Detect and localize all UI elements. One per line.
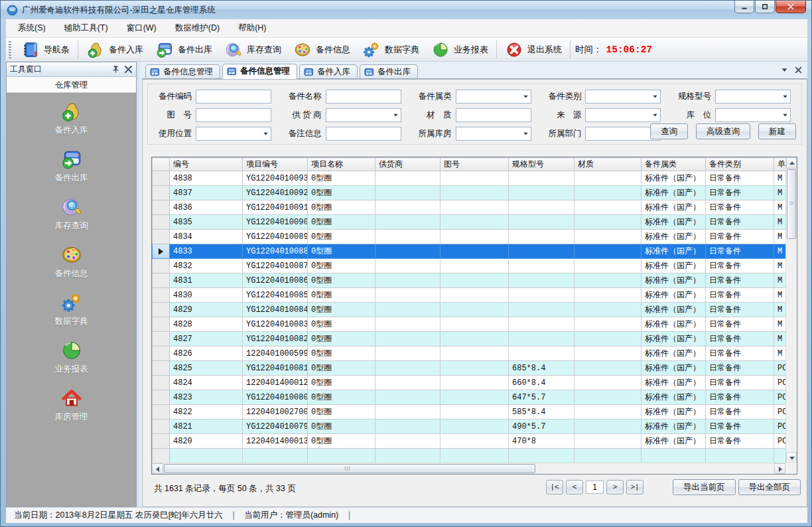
vertical-scrollbar[interactable] bbox=[785, 157, 797, 463]
toolbar-button-navbar[interactable]: 导航条 bbox=[15, 38, 76, 61]
table-cell[interactable] bbox=[575, 317, 642, 332]
column-header-0[interactable]: 编号 bbox=[170, 158, 243, 171]
table-cell[interactable] bbox=[440, 230, 509, 244]
table-cell[interactable] bbox=[509, 215, 575, 230]
next-page-button[interactable]: > bbox=[606, 480, 624, 494]
table-cell[interactable]: 4822 bbox=[170, 405, 243, 419]
table-cell[interactable]: 1220401002700 bbox=[243, 405, 308, 419]
table-cell[interactable]: 660*8.4 bbox=[509, 376, 575, 390]
table-cell[interactable] bbox=[509, 346, 575, 361]
table-cell[interactable]: M bbox=[774, 273, 787, 288]
table-cell[interactable] bbox=[575, 449, 642, 463]
table-cell[interactable] bbox=[575, 434, 642, 449]
table-cell[interactable]: 0型圈 bbox=[308, 390, 375, 405]
table-cell[interactable] bbox=[440, 405, 509, 419]
row-selector-cell[interactable] bbox=[153, 244, 170, 259]
table-cell[interactable]: 4824 bbox=[170, 376, 243, 390]
table-cell[interactable]: YG12204010081 bbox=[243, 361, 308, 376]
table-cell[interactable] bbox=[575, 273, 642, 288]
menu-item-3[interactable]: 数据维护(D) bbox=[172, 21, 222, 36]
table-cell[interactable] bbox=[575, 346, 642, 361]
row-selector-cell[interactable] bbox=[153, 259, 170, 273]
table-cell[interactable] bbox=[509, 449, 575, 463]
table-cell[interactable] bbox=[706, 449, 774, 463]
table-cell[interactable] bbox=[575, 200, 642, 215]
table-cell[interactable] bbox=[575, 376, 642, 390]
table-cell[interactable]: 0型圈 bbox=[308, 244, 375, 259]
table-cell[interactable] bbox=[375, 273, 440, 288]
table-cell[interactable]: YG12204010083 bbox=[243, 317, 308, 332]
table-cell[interactable]: PC bbox=[774, 434, 787, 449]
column-header-8[interactable]: 备件类别 bbox=[706, 158, 774, 171]
table-cell[interactable]: 4825 bbox=[170, 361, 243, 376]
scroll-down-arrow[interactable] bbox=[786, 452, 797, 463]
table-cell[interactable]: YG12204010085 bbox=[243, 288, 308, 303]
table-cell[interactable] bbox=[509, 186, 575, 200]
table-cell[interactable]: PC bbox=[774, 405, 787, 419]
table-cell[interactable]: 日常备件 bbox=[706, 346, 774, 361]
table-cell[interactable] bbox=[509, 171, 575, 186]
row-selector-cell[interactable] bbox=[153, 405, 170, 419]
table-cell[interactable]: 标准件（国产） bbox=[642, 361, 706, 376]
last-page-button[interactable]: >| bbox=[626, 480, 643, 494]
table-cell[interactable] bbox=[440, 303, 509, 317]
menu-item-0[interactable]: 系统(S) bbox=[15, 21, 48, 36]
table-cell[interactable]: 0型圈 bbox=[308, 332, 375, 346]
menu-item-4[interactable]: 帮助(H) bbox=[236, 21, 269, 36]
table-cell[interactable]: M bbox=[774, 171, 787, 186]
table-cell[interactable]: M bbox=[774, 332, 787, 346]
sidebar-item-warehouse[interactable]: 库房管理 bbox=[55, 387, 88, 423]
table-cell[interactable]: 日常备件 bbox=[706, 434, 774, 449]
table-cell[interactable] bbox=[509, 200, 575, 215]
source-select[interactable] bbox=[585, 108, 661, 122]
table-cell[interactable]: 标准件（国产） bbox=[642, 405, 706, 419]
table-cell[interactable] bbox=[509, 230, 575, 244]
table-cell[interactable] bbox=[440, 346, 509, 361]
table-cell[interactable]: 0型圈 bbox=[308, 215, 375, 230]
row-selector-cell[interactable] bbox=[153, 419, 170, 434]
table-cell[interactable]: 标准件（国产） bbox=[642, 215, 706, 230]
menu-item-1[interactable]: 辅助工具(T) bbox=[62, 21, 111, 36]
table-cell[interactable]: 日常备件 bbox=[706, 419, 774, 434]
table-cell[interactable]: 4826 bbox=[170, 346, 243, 361]
close-button[interactable] bbox=[776, 1, 806, 13]
table-cell[interactable]: 0型圈 bbox=[308, 273, 375, 288]
row-selector-cell[interactable] bbox=[153, 317, 170, 332]
table-cell[interactable] bbox=[375, 171, 440, 186]
part-name-input[interactable] bbox=[326, 90, 401, 104]
new-button[interactable]: 新建 bbox=[758, 123, 796, 139]
column-header-1[interactable]: 项目编号 bbox=[243, 158, 308, 171]
table-cell[interactable]: 4837 bbox=[170, 186, 243, 200]
table-cell[interactable] bbox=[575, 405, 642, 419]
horizontal-scroll-thumb[interactable] bbox=[164, 464, 535, 473]
table-cell[interactable]: 0型圈 bbox=[308, 376, 375, 390]
table-cell[interactable]: 标准件（国产） bbox=[642, 171, 706, 186]
scroll-up-arrow[interactable] bbox=[786, 157, 797, 169]
table-cell[interactable]: 日常备件 bbox=[706, 376, 774, 390]
table-cell[interactable]: 585*8.4 bbox=[509, 405, 575, 419]
column-header-7[interactable]: 备件属类 bbox=[642, 158, 706, 171]
table-cell[interactable]: 4834 bbox=[170, 230, 243, 244]
table-cell[interactable]: M bbox=[774, 215, 787, 230]
toolbar-button-stock-out[interactable]: 备件出库 bbox=[149, 38, 218, 61]
row-selector-cell[interactable] bbox=[153, 346, 170, 361]
table-cell[interactable] bbox=[440, 259, 509, 273]
table-cell[interactable] bbox=[375, 419, 440, 434]
table-cell[interactable]: 0型圈 bbox=[308, 200, 375, 215]
table-cell[interactable]: YG12204010089 bbox=[243, 230, 308, 244]
table-cell[interactable] bbox=[440, 376, 509, 390]
table-cell[interactable]: YG12204010087 bbox=[243, 259, 308, 273]
table-cell[interactable] bbox=[440, 273, 509, 288]
usage-position-select[interactable] bbox=[196, 127, 271, 141]
table-cell[interactable] bbox=[375, 332, 440, 346]
table-cell[interactable]: 标准件（国产） bbox=[642, 200, 706, 215]
table-cell[interactable]: 标准件（国产） bbox=[642, 273, 706, 288]
table-cell[interactable]: 0型圈 bbox=[308, 419, 375, 434]
table-cell[interactable] bbox=[642, 449, 706, 463]
scroll-right-arrow[interactable] bbox=[774, 463, 785, 474]
spec-model-select[interactable] bbox=[715, 90, 791, 104]
table-cell[interactable] bbox=[575, 259, 642, 273]
table-cell[interactable] bbox=[509, 332, 575, 346]
table-cell[interactable]: 日常备件 bbox=[706, 303, 774, 317]
table-cell[interactable]: 日常备件 bbox=[706, 186, 774, 200]
